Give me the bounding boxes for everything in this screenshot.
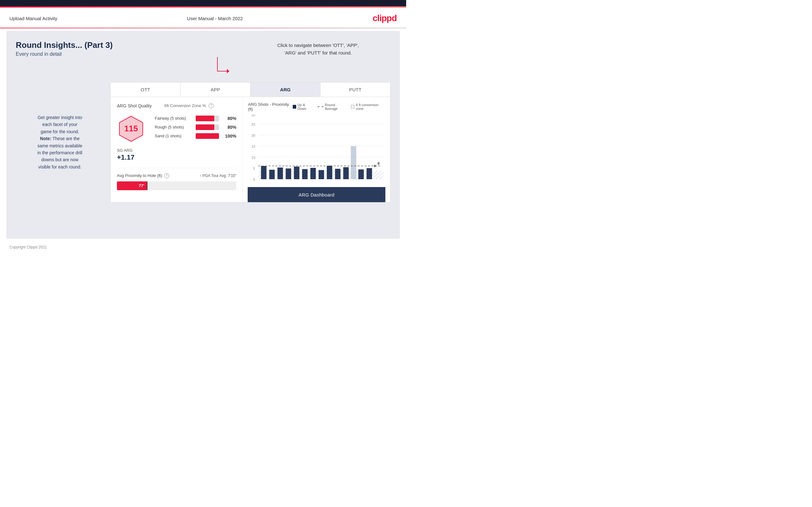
note-label: Note: xyxy=(40,136,51,141)
header-divider xyxy=(0,28,406,29)
bar-fill-fairway xyxy=(196,116,214,121)
legend-conversion: 6 ft conversion zone xyxy=(351,103,385,111)
svg-rect-31 xyxy=(358,169,364,179)
svg-text:15: 15 xyxy=(251,145,255,148)
tab-app[interactable]: APP xyxy=(181,82,251,97)
arg-dashboard-button[interactable]: ARG Dashboard xyxy=(248,187,385,203)
panel-left: ARG Shot Quality 6ft Conversion Zone % ? xyxy=(111,97,243,202)
svg-text:20: 20 xyxy=(251,134,255,137)
proximity-title: Avg Proximity to Hole (ft) ? xyxy=(117,173,169,178)
svg-rect-21 xyxy=(277,168,283,179)
tab-putt[interactable]: PUTT xyxy=(320,82,390,97)
proximity-info-icon[interactable]: ? xyxy=(164,173,169,178)
copyright-text: Copyright Clippd 2021 xyxy=(9,245,47,249)
dashboard-container: Get greater insight into each facet of y… xyxy=(16,82,391,203)
doc-title: User Manual - March 2022 xyxy=(187,16,243,21)
panel-content: ARG Shot Quality 6ft Conversion Zone % ? xyxy=(111,97,390,202)
proximity-value: 77' xyxy=(139,183,144,188)
legend-roundavg: Round Average xyxy=(318,103,347,111)
page-title: Round Insights... (Part 3) xyxy=(16,40,113,50)
svg-rect-29 xyxy=(335,169,340,179)
svg-text:30: 30 xyxy=(251,115,255,117)
chart-svg: 0 5 10 15 20 25 30 xyxy=(248,115,385,184)
tab-ott[interactable]: OTT xyxy=(111,82,181,97)
legend-hatched-icon xyxy=(351,105,354,109)
svg-rect-24 xyxy=(302,169,308,179)
chart-area: 0 5 10 15 20 25 30 xyxy=(248,115,385,184)
sg-section: SG ARG +1.17 xyxy=(117,148,236,162)
content-wrapper: Round Insights... (Part 3) Every round i… xyxy=(16,40,391,203)
proximity-bar-fill: 77' xyxy=(117,181,147,190)
top-bar xyxy=(0,0,406,6)
main-content: Round Insights... (Part 3) Every round i… xyxy=(6,31,400,239)
svg-rect-23 xyxy=(294,167,299,179)
svg-rect-19 xyxy=(261,166,266,179)
bar-row-fairway: Fairway (5 shots) 80% xyxy=(155,116,236,121)
bar-pct-sand: 100% xyxy=(222,133,236,138)
proximity-cursor xyxy=(147,181,147,190)
bar-track-rough xyxy=(196,124,219,130)
proximity-bar-track: 77' xyxy=(117,181,236,190)
sg-value: +1.17 xyxy=(117,153,236,162)
chart-title: ARG Shots - Proximity (ft) xyxy=(248,102,293,111)
sg-label: SG ARG xyxy=(117,148,236,153)
hex-score-row: 115 Fairway (5 shots) 80% xyxy=(117,115,236,143)
legend-dashed-icon xyxy=(318,106,323,107)
legend-updown-label: Up & Down xyxy=(297,103,314,111)
svg-text:0: 0 xyxy=(253,178,255,181)
svg-text:10: 10 xyxy=(251,156,255,159)
clippd-logo: clippd xyxy=(373,13,397,23)
hex-number: 115 xyxy=(124,124,138,133)
svg-marker-35 xyxy=(374,165,377,167)
upload-manual-label: Upload Manual Activity xyxy=(9,16,57,21)
legend-square-icon xyxy=(293,105,296,109)
bar-pct-fairway: 80% xyxy=(222,116,236,121)
svg-text:25: 25 xyxy=(251,123,255,126)
svg-text:8: 8 xyxy=(377,162,380,165)
navigate-hint-text: Click to navigate between 'OTT', 'APP','… xyxy=(277,42,359,57)
svg-text:5: 5 xyxy=(253,167,255,170)
proximity-section: Avg Proximity to Hole (ft) ? ↑ PGA Tour … xyxy=(117,168,236,190)
shot-quality-header: ARG Shot Quality 6ft Conversion Zone % ? xyxy=(117,103,236,108)
right-panel: OTT APP ARG PUTT ARG Shot Quality 6ft Co… xyxy=(110,82,391,203)
info-icon[interactable]: ? xyxy=(209,103,214,108)
bar-row-rough: Rough (5 shots) 80% xyxy=(155,124,236,130)
chart-legend: Up & Down Round Average 6 ft conversion … xyxy=(293,103,385,111)
tab-arg[interactable]: ARG xyxy=(251,82,320,97)
left-panel-text: Get greater insight into each facet of y… xyxy=(19,114,101,170)
arrow-annotation-area xyxy=(16,57,391,79)
header: Upload Manual Activity User Manual - Mar… xyxy=(0,8,406,28)
bar-pct-rough: 80% xyxy=(222,125,236,130)
svg-marker-2 xyxy=(227,69,230,73)
shot-quality-title: ARG Shot Quality xyxy=(117,103,152,108)
conversion-title: 6ft Conversion Zone % xyxy=(164,103,206,108)
bar-track-fairway xyxy=(196,116,219,121)
svg-rect-26 xyxy=(318,170,324,179)
page-subtitle: Every round in detail xyxy=(16,51,113,57)
svg-rect-25 xyxy=(310,168,316,179)
left-info-panel: Get greater insight into each facet of y… xyxy=(16,82,104,203)
legend-roundavg-label: Round Average xyxy=(325,103,347,111)
bar-fill-rough xyxy=(196,124,214,130)
svg-rect-30 xyxy=(343,167,349,179)
bar-label-sand: Sand (1 shots) xyxy=(155,133,193,138)
arrow-svg xyxy=(211,57,236,79)
legend-conversion-label: 6 ft conversion zone xyxy=(356,103,385,111)
svg-rect-20 xyxy=(269,170,274,179)
svg-rect-32 xyxy=(366,168,372,179)
bar-label-rough: Rough (5 shots) xyxy=(155,125,193,129)
svg-rect-28 xyxy=(351,146,356,179)
pga-avg-label: ↑ PGA Tour Avg: 7'10" xyxy=(199,173,236,178)
svg-rect-27 xyxy=(327,166,332,179)
bar-fill-sand xyxy=(196,133,219,139)
panel-right: ARG Shots - Proximity (ft) Up & Down Rou… xyxy=(243,97,390,202)
hexagon-score: 115 xyxy=(117,115,145,143)
bar-label-fairway: Fairway (5 shots) xyxy=(155,116,193,121)
chart-header: ARG Shots - Proximity (ft) Up & Down Rou… xyxy=(248,102,385,111)
shot-quality-bars: Fairway (5 shots) 80% Rough (5 shots) xyxy=(155,116,236,142)
footer: Copyright Clippd 2021 xyxy=(0,241,406,253)
proximity-header: Avg Proximity to Hole (ft) ? ↑ PGA Tour … xyxy=(117,173,236,178)
tab-bar: OTT APP ARG PUTT xyxy=(111,82,390,97)
bar-row-sand: Sand (1 shots) 100% xyxy=(155,133,236,139)
svg-rect-22 xyxy=(286,168,291,179)
